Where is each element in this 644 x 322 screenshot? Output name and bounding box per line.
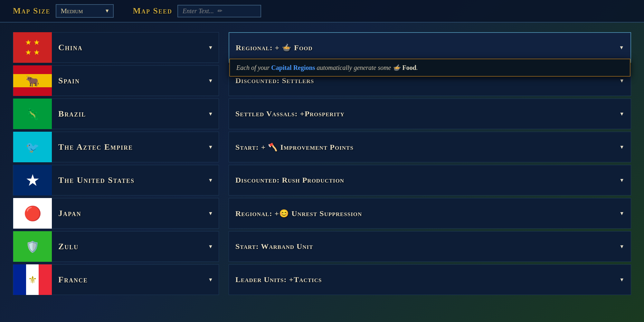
civ-dropdown-arrow-japan[interactable]: ▼ bbox=[203, 211, 219, 216]
flag-brazil bbox=[13, 99, 52, 129]
map-seed-label: Map Seed bbox=[133, 6, 173, 16]
civ-row-aztec[interactable]: The Aztec Empire▼ bbox=[13, 132, 219, 162]
civ-name-aztec: The Aztec Empire bbox=[52, 142, 203, 152]
china-bonus-tooltip: Each of your Capital Regions automatical… bbox=[229, 59, 630, 77]
bonus-row-brazil-bonus[interactable]: Settled Vassals: +Prosperity▼ bbox=[229, 99, 631, 129]
civ-name-brazil: Brazil bbox=[52, 109, 203, 119]
bonus-text-brazil-bonus: Settled Vassals: +Prosperity bbox=[235, 109, 616, 118]
civ-row-zulu[interactable]: Zulu▼ bbox=[13, 231, 219, 262]
bonus-row-china-bonus[interactable]: Regional: + 🍲 Food▼Each of your Capital … bbox=[229, 32, 631, 63]
bonus-row-japan-bonus[interactable]: Regional: +😊 Unrest Suppression▼ bbox=[229, 198, 631, 229]
flag-zulu bbox=[13, 231, 52, 262]
civ-name-japan: Japan bbox=[52, 209, 203, 218]
pencil-icon: ✏ bbox=[217, 7, 222, 14]
civ-name-zulu: Zulu bbox=[52, 242, 203, 251]
flag-spain bbox=[13, 65, 52, 96]
bonus-arrow-china-bonus[interactable]: ▼ bbox=[619, 45, 624, 51]
civ-name-usa: The United States bbox=[52, 175, 203, 185]
flag-usa bbox=[13, 165, 52, 195]
header-bar: Map Size Medium Map Seed Enter Text... ✏ bbox=[0, 0, 644, 23]
map-size-section: Map Size Medium bbox=[13, 4, 114, 18]
bonus-text-japan-bonus: Regional: +😊 Unrest Suppression bbox=[235, 209, 616, 218]
flag-france bbox=[13, 264, 52, 295]
bonus-arrow-zulu-bonus[interactable]: ▼ bbox=[619, 244, 624, 250]
civ-row-usa[interactable]: The United States▼ bbox=[13, 165, 219, 195]
civ-dropdown-arrow-aztec[interactable]: ▼ bbox=[203, 144, 219, 150]
map-seed-section: Map Seed Enter Text... ✏ bbox=[133, 5, 261, 17]
civs-column: China▼Spain▼Brazil▼The Aztec Empire▼The … bbox=[13, 32, 219, 316]
bonus-arrow-japan-bonus[interactable]: ▼ bbox=[619, 211, 624, 216]
bonus-text-aztec-bonus: Start: + 🪓 Improvement Points bbox=[235, 143, 616, 152]
map-seed-placeholder: Enter Text... bbox=[183, 7, 214, 15]
bonus-arrow-usa-bonus[interactable]: ▼ bbox=[619, 177, 624, 183]
bonus-text-zulu-bonus: Start: Warband Unit bbox=[235, 242, 616, 251]
civ-dropdown-arrow-china[interactable]: ▼ bbox=[203, 45, 219, 51]
bonus-row-aztec-bonus[interactable]: Start: + 🪓 Improvement Points▼ bbox=[229, 132, 631, 162]
bonuses-column: Regional: + 🍲 Food▼Each of your Capital … bbox=[229, 32, 631, 316]
main-grid: China▼Spain▼Brazil▼The Aztec Empire▼The … bbox=[0, 23, 644, 322]
map-size-label: Map Size bbox=[13, 6, 51, 16]
civ-dropdown-arrow-spain[interactable]: ▼ bbox=[203, 78, 219, 84]
civ-dropdown-arrow-zulu[interactable]: ▼ bbox=[203, 244, 219, 250]
bonus-text-france-bonus: Leader Units: +Tactics bbox=[235, 275, 616, 284]
civ-dropdown-arrow-brazil[interactable]: ▼ bbox=[203, 111, 219, 117]
flag-japan bbox=[13, 198, 52, 229]
flag-china bbox=[13, 32, 52, 63]
bonus-row-usa-bonus[interactable]: Discounted: Rush Production▼ bbox=[229, 165, 631, 195]
civ-name-spain: Spain bbox=[52, 76, 203, 86]
flag-aztec bbox=[13, 132, 52, 162]
civ-dropdown-arrow-france[interactable]: ▼ bbox=[203, 277, 219, 283]
civ-row-japan[interactable]: Japan▼ bbox=[13, 198, 219, 229]
bonus-arrow-spain-bonus[interactable]: ▼ bbox=[619, 78, 624, 84]
bonus-arrow-aztec-bonus[interactable]: ▼ bbox=[619, 144, 624, 150]
bonus-text-spain-bonus: Discounted: Settlers bbox=[235, 76, 616, 85]
food-highlight: Food bbox=[401, 64, 416, 71]
map-seed-field[interactable]: Enter Text... ✏ bbox=[177, 5, 261, 17]
bonus-row-zulu-bonus[interactable]: Start: Warband Unit▼ bbox=[229, 231, 631, 262]
civ-row-spain[interactable]: Spain▼ bbox=[13, 65, 219, 96]
bonus-arrow-france-bonus[interactable]: ▼ bbox=[619, 277, 624, 283]
map-size-value: Medium bbox=[61, 7, 83, 15]
civ-name-france: France bbox=[52, 275, 203, 285]
civ-row-brazil[interactable]: Brazil▼ bbox=[13, 99, 219, 129]
bonus-text-usa-bonus: Discounted: Rush Production bbox=[235, 176, 616, 185]
civ-dropdown-arrow-usa[interactable]: ▼ bbox=[203, 177, 219, 183]
capital-regions-highlight: Capital Regions bbox=[271, 64, 315, 71]
civ-name-china: China bbox=[52, 43, 203, 52]
civ-row-china[interactable]: China▼ bbox=[13, 32, 219, 63]
bonus-row-france-bonus[interactable]: Leader Units: +Tactics▼ bbox=[229, 264, 631, 295]
bonus-text-china-bonus: Regional: + 🍲 Food bbox=[236, 43, 616, 52]
civ-row-france[interactable]: France▼ bbox=[13, 264, 219, 295]
map-size-dropdown[interactable]: Medium bbox=[56, 4, 114, 18]
bonus-arrow-brazil-bonus[interactable]: ▼ bbox=[619, 111, 624, 117]
